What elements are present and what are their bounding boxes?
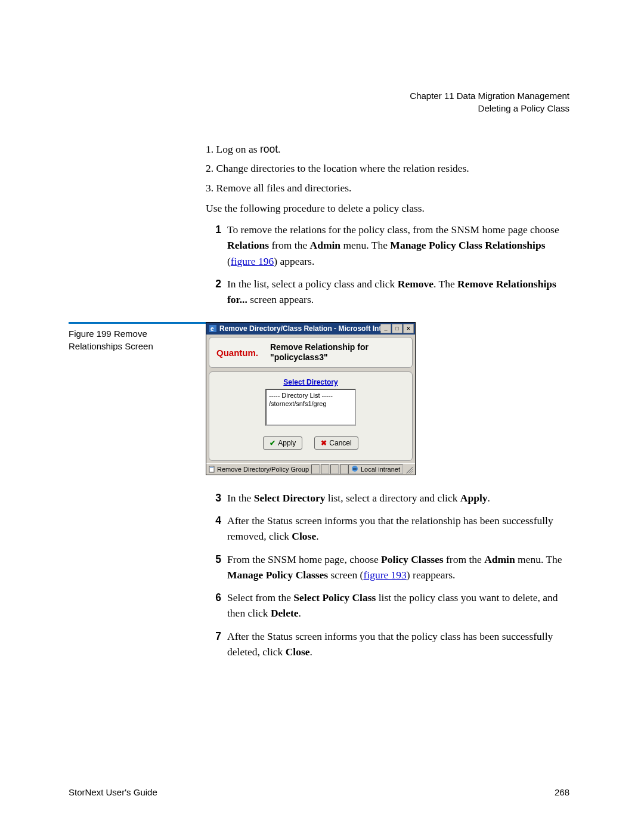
- page-footer: StorNext User's Guide 268: [69, 787, 569, 797]
- svg-rect-5: [353, 468, 357, 470]
- step-3: 3 In the Select Directory list, select a…: [206, 490, 569, 506]
- cross-icon: ✖: [321, 439, 327, 447]
- list-item[interactable]: /stornext/snfs1/greg: [269, 400, 352, 408]
- step-text: In the Select Directory list, select a d…: [227, 490, 569, 506]
- svg-rect-2: [209, 466, 214, 472]
- figure-link[interactable]: figure 196: [231, 255, 274, 267]
- step-4: 4 After the Status screen informs you th…: [206, 513, 569, 544]
- page-header: Chapter 11 Data Migration Management Del…: [69, 89, 569, 114]
- window-title: Remove Directory/Class Relation - Micros…: [219, 324, 380, 333]
- main-content: 1. Log on as root. 2. Change directories…: [206, 141, 569, 307]
- step-6: 6 Select from the Select Policy Class li…: [206, 590, 569, 621]
- page-icon: [209, 466, 217, 473]
- step-text: After the Status screen informs you that…: [227, 628, 569, 660]
- section-title: Deleting a Policy Class: [69, 102, 569, 114]
- security-zone: Local intranet: [348, 465, 403, 474]
- figure-link[interactable]: figure 193: [363, 569, 406, 581]
- minimize-button[interactable]: _: [380, 324, 391, 333]
- intro-text: Use the following procedure to delete a …: [206, 200, 569, 216]
- apply-button[interactable]: ✔ Apply: [263, 436, 302, 450]
- select-directory-label: Select Directory: [216, 378, 405, 386]
- code-text: root: [260, 143, 278, 155]
- step-number: 3: [206, 490, 221, 506]
- step-1: 1 To remove the relations for the policy…: [206, 222, 569, 269]
- step-text: After the Status screen informs you that…: [227, 513, 569, 544]
- dialog-header-panel: Quantum. Remove Relationship for "policy…: [209, 337, 413, 368]
- step-5: 5 From the SNSM home page, choose Policy…: [206, 552, 569, 583]
- footer-left: StorNext User's Guide: [69, 787, 157, 797]
- window-titlebar: e Remove Directory/Class Relation - Micr…: [206, 323, 415, 335]
- dialog-main-panel: Select Directory ----- Directory List --…: [209, 371, 413, 461]
- svg-text:e: e: [210, 326, 214, 332]
- brand-logo: Quantum.: [216, 348, 270, 358]
- maximize-button[interactable]: □: [392, 324, 402, 333]
- dialog-body: Quantum. Remove Relationship for "policy…: [206, 335, 415, 463]
- step-number: 4: [206, 513, 221, 544]
- svg-rect-3: [210, 467, 213, 468]
- step-number: 6: [206, 590, 221, 621]
- step-number: 1: [206, 222, 221, 269]
- resize-grip[interactable]: [404, 465, 413, 473]
- step-text: Select from the Select Policy Class list…: [227, 590, 569, 621]
- figure-caption: Figure 199 Remove Relationships Screen: [69, 322, 206, 352]
- close-button[interactable]: ×: [403, 324, 414, 333]
- preliminary-step-2: 2. Change directories to the location wh…: [206, 160, 569, 176]
- step-text: To remove the relations for the policy c…: [227, 222, 569, 269]
- step-number: 5: [206, 552, 221, 583]
- status-bar: Remove Directory/Policy Group Local intr…: [206, 463, 415, 475]
- main-content-continued: 3 In the Select Directory list, select a…: [206, 490, 569, 659]
- directory-listbox[interactable]: ----- Directory List ----- /stornext/snf…: [265, 389, 356, 426]
- step-2: 2 In the list, select a policy class and…: [206, 276, 569, 308]
- figure-row: Figure 199 Remove Relationships Screen e…: [69, 322, 569, 475]
- step-text: In the list, select a policy class and c…: [227, 276, 569, 308]
- list-header: ----- Directory List -----: [269, 391, 352, 400]
- preliminary-step-1: 1. Log on as root.: [206, 141, 569, 157]
- step-number: 7: [206, 628, 221, 660]
- dialog-heading: Remove Relationship for "policyclass3": [270, 342, 369, 363]
- ie-icon: e: [209, 324, 217, 333]
- page-number: 268: [555, 787, 569, 797]
- status-text: Remove Directory/Policy Group: [217, 466, 309, 473]
- step-7: 7 After the Status screen informs you th…: [206, 628, 569, 660]
- step-text: From the SNSM home page, choose Policy C…: [227, 552, 569, 583]
- check-icon: ✔: [270, 439, 275, 447]
- step-number: 2: [206, 276, 221, 308]
- cancel-button[interactable]: ✖ Cancel: [314, 436, 358, 450]
- intranet-icon: [351, 465, 358, 473]
- chapter-title: Chapter 11 Data Migration Management: [69, 89, 569, 102]
- preliminary-step-3: 3. Remove all files and directories.: [206, 180, 569, 196]
- text: 1. Log on as: [206, 143, 260, 155]
- dialog-window: e Remove Directory/Class Relation - Micr…: [206, 322, 416, 475]
- text: .: [278, 143, 280, 155]
